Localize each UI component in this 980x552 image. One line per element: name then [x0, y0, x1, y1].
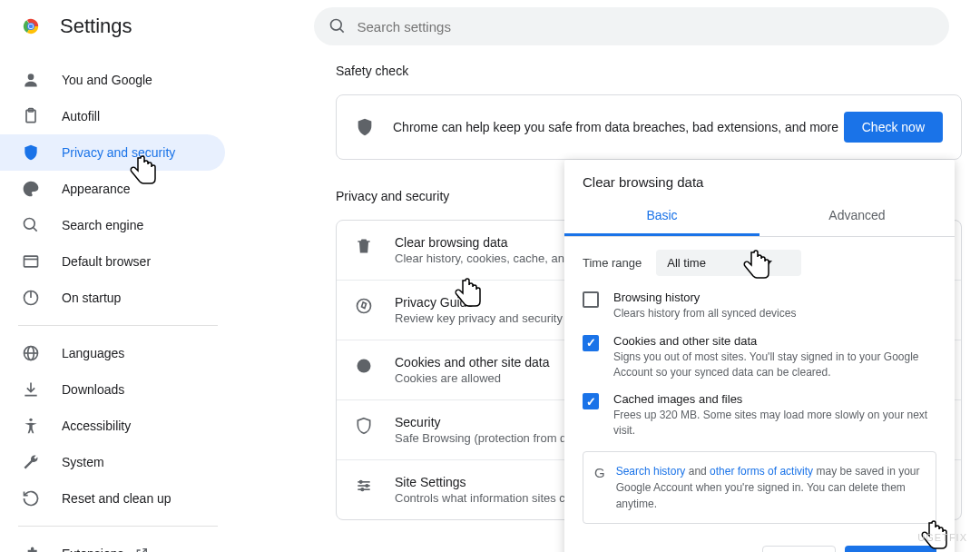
sidebar: You and Google Autofill Privacy and secu… — [0, 53, 236, 552]
compass-icon — [355, 297, 373, 315]
svg-line-10 — [34, 228, 37, 232]
sidebar-item-you-and-google[interactable]: You and Google — [0, 62, 225, 98]
sidebar-item-label: Default browser — [62, 254, 151, 269]
time-range-value: All time — [667, 256, 706, 270]
sidebar-item-label: Appearance — [62, 182, 131, 196]
external-link-icon — [134, 547, 149, 552]
shield-icon — [355, 417, 373, 435]
accessibility-icon — [22, 417, 40, 435]
sidebar-item-label: Privacy and security — [62, 145, 175, 160]
restore-icon — [22, 489, 40, 508]
svg-point-19 — [358, 300, 371, 313]
option-title: Browsing history — [613, 291, 796, 304]
clear-data-button[interactable]: Clear data — [845, 546, 936, 552]
sidebar-item-label: Languages — [62, 346, 124, 360]
svg-point-3 — [29, 25, 34, 29]
trash-icon — [355, 237, 373, 255]
option-subtitle: Signs you out of most sites. You'll stay… — [613, 350, 936, 380]
browser-icon — [22, 252, 40, 271]
cookie-icon — [355, 357, 373, 375]
option-cached[interactable]: Cached images and filesFrees up 320 MB. … — [583, 392, 936, 439]
dialog-title: Clear browsing data — [564, 160, 955, 197]
watermark: UGETFIX — [917, 532, 967, 543]
sidebar-item-extensions[interactable]: Extensions — [0, 536, 225, 552]
sidebar-item-privacy-security[interactable]: Privacy and security — [0, 134, 225, 171]
sidebar-item-search-engine[interactable]: Search engine — [0, 207, 225, 243]
sidebar-item-label: Extensions — [62, 547, 123, 552]
option-title: Cached images and files — [613, 392, 936, 406]
sidebar-item-autofill[interactable]: Autofill — [0, 98, 225, 134]
sidebar-item-label: Autofill — [62, 109, 100, 123]
info-box: G Search history and other forms of acti… — [583, 451, 936, 524]
info-text: Search history and other forms of activi… — [616, 463, 925, 512]
search-icon — [328, 17, 347, 35]
palette-icon — [22, 180, 40, 198]
shield-icon — [22, 143, 40, 162]
option-subtitle: Clears history from all synced devices — [613, 306, 796, 321]
chevron-down-icon — [763, 261, 772, 266]
link-other-activity[interactable]: other forms of activity — [710, 465, 813, 478]
checkbox-cookies[interactable] — [583, 335, 599, 351]
checkbox-cached[interactable] — [583, 393, 599, 409]
clipboard-icon — [22, 107, 40, 125]
chrome-logo — [18, 14, 44, 39]
shield-icon — [355, 117, 375, 137]
svg-point-20 — [358, 360, 371, 373]
check-now-button[interactable]: Check now — [844, 112, 943, 143]
svg-rect-11 — [24, 256, 38, 267]
person-icon — [22, 71, 40, 89]
google-g-icon: G — [594, 465, 605, 480]
svg-point-9 — [24, 219, 35, 230]
sliders-icon — [355, 477, 373, 495]
link-search-history[interactable]: Search history — [616, 465, 686, 478]
row-subtitle: Cookies are allowed — [395, 371, 549, 385]
svg-point-18 — [29, 419, 32, 421]
sidebar-item-label: Downloads — [62, 382, 124, 397]
sidebar-item-label: System — [62, 455, 104, 469]
sidebar-item-label: Reset and clean up — [62, 491, 172, 506]
sidebar-item-accessibility[interactable]: Accessibility — [0, 408, 225, 444]
option-browsing-history[interactable]: Browsing historyClears history from all … — [583, 291, 936, 321]
sidebar-item-default-browser[interactable]: Default browser — [0, 243, 225, 280]
safety-check-card: Chrome can help keep you safe from data … — [336, 94, 962, 160]
time-range-select[interactable]: All time — [656, 250, 801, 276]
sidebar-item-label: You and Google — [62, 73, 152, 87]
safety-check-text: Chrome can help keep you safe from data … — [393, 120, 844, 134]
row-title: Cookies and other site data — [395, 355, 549, 370]
option-subtitle: Frees up 320 MB. Some sites may load mor… — [613, 408, 936, 439]
option-title: Cookies and other site data — [613, 334, 936, 348]
sidebar-item-languages[interactable]: Languages — [0, 335, 225, 371]
svg-point-25 — [366, 485, 368, 488]
search-box[interactable] — [314, 7, 949, 45]
section-title-safety: Safety check — [336, 64, 962, 78]
time-range-label: Time range — [583, 256, 642, 270]
search-input[interactable] — [358, 19, 935, 34]
svg-line-5 — [339, 29, 343, 33]
wrench-icon — [22, 453, 40, 471]
sidebar-item-downloads[interactable]: Downloads — [0, 371, 225, 408]
search-icon — [22, 216, 40, 234]
divider — [18, 526, 218, 527]
globe-icon — [22, 344, 40, 362]
tab-basic[interactable]: Basic — [564, 197, 760, 236]
sidebar-item-appearance[interactable]: Appearance — [0, 171, 225, 207]
checkbox-browsing-history[interactable] — [583, 291, 599, 308]
tab-advanced[interactable]: Advanced — [760, 197, 955, 236]
clear-browsing-data-dialog: Clear browsing data Basic Advanced Time … — [564, 160, 955, 552]
svg-point-26 — [361, 488, 364, 491]
divider — [18, 325, 218, 326]
sidebar-item-label: Accessibility — [62, 419, 131, 433]
download-icon — [22, 380, 40, 399]
svg-point-24 — [359, 481, 362, 484]
cancel-button[interactable]: Cancel — [762, 546, 837, 552]
sidebar-item-label: On startup — [62, 291, 121, 305]
svg-point-4 — [330, 20, 341, 31]
svg-point-6 — [28, 74, 34, 80]
extension-icon — [22, 545, 40, 552]
sidebar-item-reset[interactable]: Reset and clean up — [0, 480, 225, 517]
sidebar-item-on-startup[interactable]: On startup — [0, 280, 225, 316]
sidebar-item-system[interactable]: System — [0, 444, 225, 480]
page-title: Settings — [60, 15, 132, 38]
option-cookies[interactable]: Cookies and other site dataSigns you out… — [583, 334, 936, 380]
power-icon — [22, 289, 40, 307]
